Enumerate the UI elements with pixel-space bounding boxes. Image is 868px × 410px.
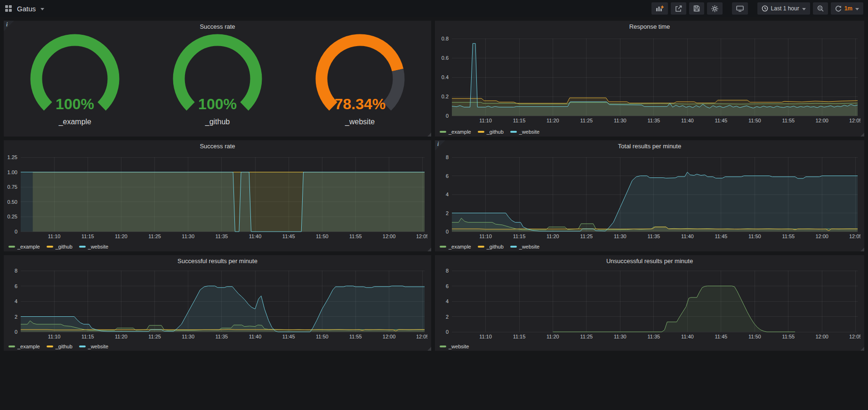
zoom-out-button[interactable]: [813, 2, 828, 15]
add-panel-button[interactable]: [651, 2, 668, 15]
x-tick-label: 11:15: [81, 334, 94, 339]
legend-item-_example[interactable]: _example: [440, 129, 471, 135]
gauge-row: 100% _example 100% _github 78.34% _websi…: [4, 34, 431, 134]
x-tick-label: 11:55: [349, 233, 362, 239]
y-tick-label: 1.00: [8, 169, 17, 175]
gauge-value: 100%: [198, 96, 237, 113]
plot-area[interactable]: 11:1011:1511:2011:2511:3011:3511:4011:45…: [438, 36, 860, 124]
legend-label: _website: [519, 244, 539, 249]
y-tick-label: 4: [446, 192, 449, 197]
x-tick-label: 11:50: [316, 334, 329, 339]
y-tick-label: 8: [15, 268, 17, 273]
y-tick-label: 8: [446, 268, 449, 273]
save-button[interactable]: [689, 2, 704, 15]
time-picker-button[interactable]: Last 1 hour: [757, 2, 810, 15]
legend-item-_github[interactable]: _github: [47, 344, 72, 349]
plot-area[interactable]: 11:1011:1511:2011:2511:3011:3511:4011:45…: [438, 154, 860, 240]
panel-title[interactable]: Success rate: [4, 21, 431, 33]
legend-item-_example[interactable]: _example: [8, 344, 40, 349]
legend-label: _website: [449, 344, 469, 349]
refresh-interval-label[interactable]: 1m: [844, 5, 852, 12]
x-tick-label: 11:20: [547, 334, 559, 339]
chart-legend: _website: [440, 344, 469, 349]
x-tick-label: 11:30: [614, 233, 627, 239]
gauge-label: _github: [205, 118, 230, 126]
legend-item-_github[interactable]: _github: [47, 244, 72, 249]
panel-resize-handle[interactable]: [860, 133, 864, 137]
y-tick-label: 0.8: [442, 36, 449, 41]
settings-button[interactable]: [707, 2, 723, 15]
y-tick-label: 0.50: [8, 199, 17, 205]
legend-item-_github[interactable]: _github: [478, 244, 504, 249]
chart-legend: _example_github_website: [440, 129, 539, 135]
gauge-arc: 100%: [4, 34, 145, 117]
panel-title[interactable]: Unsuccessful results per minute: [435, 255, 864, 267]
x-tick-label: 11:35: [216, 334, 228, 339]
refresh-button[interactable]: 1m: [831, 2, 863, 15]
panel-title[interactable]: Successful results per minute: [4, 255, 431, 267]
x-tick-label: 11:55: [782, 334, 795, 339]
x-tick-label: 12:05: [416, 334, 427, 339]
x-tick-label: 11:45: [715, 118, 727, 123]
legend-marker: [440, 131, 446, 133]
x-tick-label: 11:40: [681, 334, 694, 339]
legend-label: _github: [56, 244, 72, 249]
dashboard-switcher[interactable]: Gatus: [5, 5, 44, 13]
panel-title[interactable]: Total results per minute: [435, 140, 864, 153]
legend-marker: [440, 346, 446, 347]
legend-marker: [47, 346, 53, 347]
apps-grid-icon[interactable]: [5, 5, 12, 12]
panel-title[interactable]: Response time: [435, 21, 864, 33]
panel-resize-handle[interactable]: [427, 347, 431, 351]
y-tick-label: 6: [446, 173, 449, 179]
legend-item-_website[interactable]: _website: [510, 244, 539, 249]
x-tick-label: 11:35: [216, 233, 228, 239]
navbar-actions: Last 1 hour 1m: [651, 2, 863, 15]
add-panel-icon: [656, 5, 664, 12]
y-tick-label: 2: [446, 210, 449, 216]
y-tick-label: 0.25: [8, 214, 17, 219]
panel-info-icon[interactable]: i: [4, 21, 14, 31]
plot-area[interactable]: 11:1011:1511:2011:2511:3011:3511:4011:45…: [7, 154, 427, 240]
x-tick-label: 11:15: [81, 233, 94, 239]
legend-item-_website[interactable]: _website: [79, 244, 108, 249]
y-tick-label: 6: [15, 283, 17, 289]
legend-label: _website: [519, 129, 539, 135]
x-tick-label: 11:20: [547, 118, 559, 123]
plot-area[interactable]: 11:1011:1511:2011:2511:3011:3511:4011:45…: [7, 268, 427, 340]
legend-item-_example[interactable]: _example: [8, 244, 40, 249]
panel-resize-handle[interactable]: [860, 248, 864, 251]
legend-marker: [510, 246, 517, 248]
x-tick-label: 12:05: [416, 233, 427, 239]
x-tick-label: 11:50: [316, 233, 329, 239]
plot-area[interactable]: 11:1011:1511:2011:2511:3011:3511:4011:45…: [438, 268, 860, 340]
x-tick-label: 11:55: [349, 334, 362, 339]
panel-title[interactable]: Success rate: [4, 140, 431, 153]
panel-resize-handle[interactable]: [427, 133, 431, 137]
legend-item-_github[interactable]: _github: [478, 129, 504, 135]
legend-label: _example: [449, 129, 471, 135]
legend-item-_website[interactable]: _website: [510, 129, 539, 135]
gauge-example: 100% _example: [4, 34, 146, 134]
x-tick-label: 11:10: [479, 334, 492, 339]
y-tick-label: 4: [446, 298, 449, 304]
legend-label: _example: [17, 344, 40, 349]
legend-marker: [510, 131, 517, 133]
share-button[interactable]: [671, 2, 686, 15]
x-tick-label: 11:40: [249, 334, 262, 339]
x-tick-label: 11:20: [547, 233, 559, 239]
x-tick-label: 12:00: [383, 233, 396, 239]
x-tick-label: 11:45: [715, 233, 727, 239]
panel-resize-handle[interactable]: [427, 248, 431, 251]
panel-total-results-per-minute: i Total results per minute 11:1011:1511:…: [435, 140, 864, 251]
x-tick-label: 11:25: [148, 334, 161, 339]
legend-item-_website[interactable]: _website: [440, 344, 469, 349]
legend-item-_website[interactable]: _website: [79, 344, 108, 349]
dashboard-title[interactable]: Gatus: [17, 5, 36, 13]
chart-legend: _example_github_website: [440, 244, 539, 249]
panel-resize-handle[interactable]: [860, 347, 864, 351]
legend-item-_example[interactable]: _example: [440, 244, 471, 249]
cycle-view-button[interactable]: [732, 2, 748, 15]
chevron-down-icon: [855, 8, 859, 10]
panel-info-icon[interactable]: i: [435, 140, 445, 151]
